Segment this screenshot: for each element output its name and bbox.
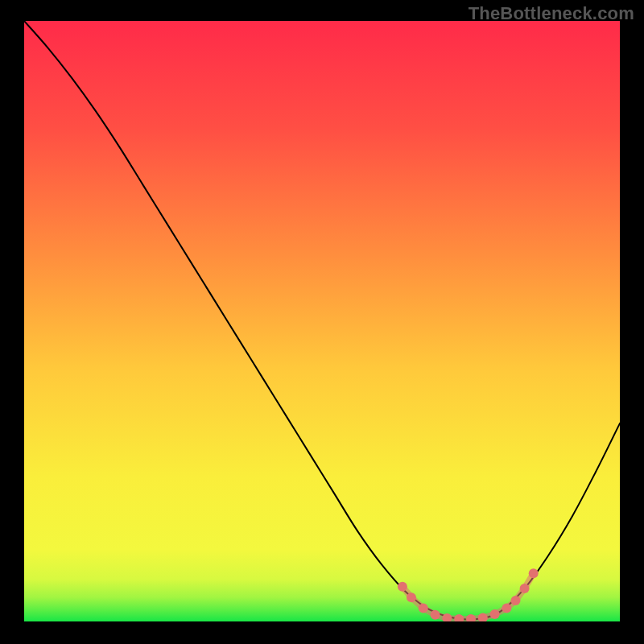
watermark-text: TheBottleneck.com — [469, 3, 634, 24]
highlight-dot — [398, 582, 407, 592]
highlight-dot — [407, 592, 416, 602]
highlight-dot — [419, 604, 428, 613]
chart-frame: TheBottleneck.com — [0, 0, 644, 644]
highlight-dot — [490, 609, 500, 619]
highlight-dot — [511, 596, 521, 605]
highlight-dot — [431, 610, 440, 620]
highlight-dot — [520, 584, 530, 593]
highlight-dot — [502, 604, 511, 613]
highlight-dot — [529, 568, 539, 578]
bottleneck-chart — [24, 21, 620, 621]
plot-background-gradient — [24, 21, 620, 621]
